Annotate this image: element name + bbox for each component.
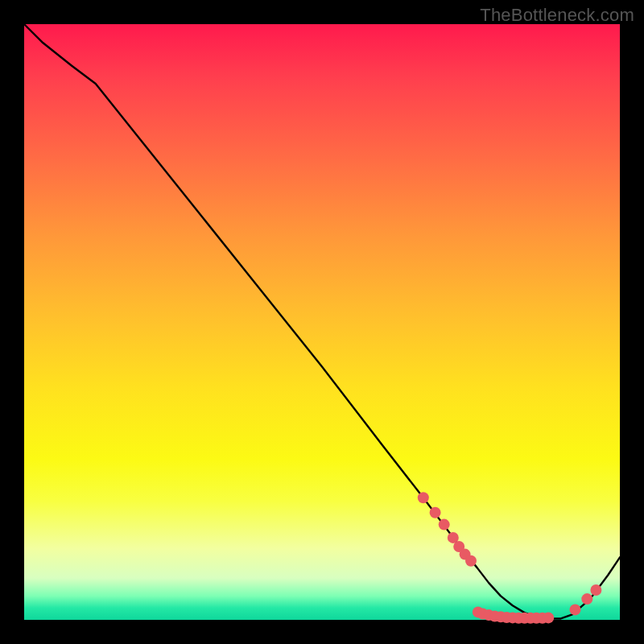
- chart-frame: TheBottleneck.com: [0, 0, 644, 644]
- data-marker: [543, 612, 554, 623]
- data-marker: [439, 519, 450, 530]
- bottleneck-curve: [24, 24, 620, 619]
- plot-area: [24, 24, 620, 620]
- data-marker: [418, 492, 429, 503]
- data-marker: [465, 555, 477, 567]
- data-marker: [570, 604, 581, 615]
- watermark-text: TheBottleneck.com: [480, 5, 634, 26]
- data-marker: [581, 593, 592, 605]
- data-marker: [590, 584, 601, 596]
- data-marker: [430, 507, 441, 518]
- chart-svg: [24, 24, 620, 620]
